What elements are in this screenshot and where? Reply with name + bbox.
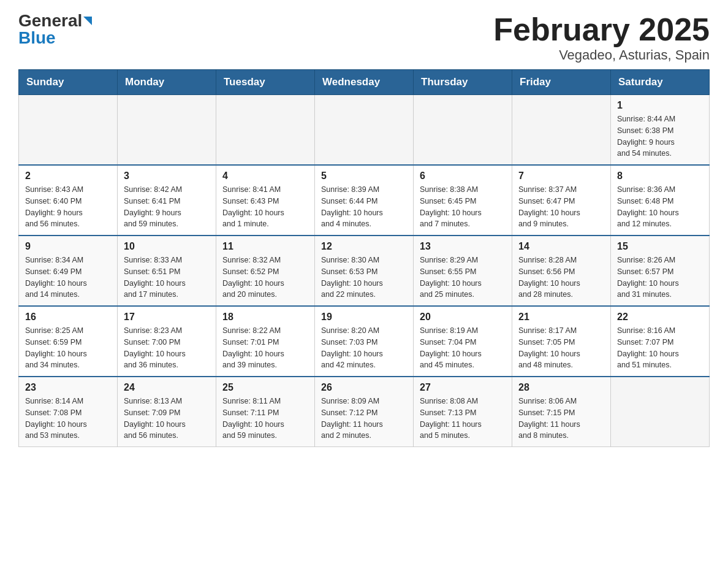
calendar-day-cell: 12Sunrise: 8:30 AMSunset: 6:53 PMDayligh… xyxy=(315,236,414,306)
logo-arrow-icon xyxy=(83,17,92,25)
calendar-day-cell: 3Sunrise: 8:42 AMSunset: 6:41 PMDaylight… xyxy=(118,165,216,236)
logo: General Blue xyxy=(18,12,92,47)
calendar-day-cell: 28Sunrise: 8:06 AMSunset: 7:15 PMDayligh… xyxy=(512,377,611,447)
day-number: 1 xyxy=(617,100,703,111)
day-info: Sunrise: 8:29 AMSunset: 6:55 PMDaylight:… xyxy=(420,255,506,301)
calendar-day-cell: 1Sunrise: 8:44 AMSunset: 6:38 PMDaylight… xyxy=(611,95,710,166)
day-number: 2 xyxy=(25,170,111,182)
calendar-table: SundayMondayTuesdayWednesdayThursdayFrid… xyxy=(18,69,710,447)
logo-blue: Blue xyxy=(18,29,56,47)
calendar-day-cell: 8Sunrise: 8:36 AMSunset: 6:48 PMDaylight… xyxy=(611,165,710,236)
day-number: 15 xyxy=(617,241,703,252)
calendar-day-cell: 27Sunrise: 8:08 AMSunset: 7:13 PMDayligh… xyxy=(414,377,512,447)
day-info: Sunrise: 8:13 AMSunset: 7:09 PMDaylight:… xyxy=(124,396,210,442)
calendar-day-cell: 5Sunrise: 8:39 AMSunset: 6:44 PMDaylight… xyxy=(315,165,414,236)
weekday-header-friday: Friday xyxy=(512,70,611,95)
day-number: 17 xyxy=(124,312,210,323)
weekday-header-saturday: Saturday xyxy=(611,70,710,95)
calendar-day-cell: 15Sunrise: 8:26 AMSunset: 6:57 PMDayligh… xyxy=(611,236,710,306)
day-info: Sunrise: 8:43 AMSunset: 6:40 PMDaylight:… xyxy=(25,184,111,230)
weekday-header-tuesday: Tuesday xyxy=(216,70,315,95)
day-info: Sunrise: 8:17 AMSunset: 7:05 PMDaylight:… xyxy=(518,325,604,371)
day-number: 10 xyxy=(124,241,210,252)
day-number: 26 xyxy=(321,382,407,393)
calendar-day-cell: 24Sunrise: 8:13 AMSunset: 7:09 PMDayligh… xyxy=(118,377,216,447)
day-info: Sunrise: 8:16 AMSunset: 7:07 PMDaylight:… xyxy=(617,325,703,371)
calendar-day-cell: 21Sunrise: 8:17 AMSunset: 7:05 PMDayligh… xyxy=(512,306,611,377)
logo-general: General xyxy=(18,12,82,29)
title-block: February 2025 Vegadeo, Asturias, Spain xyxy=(493,12,710,63)
day-info: Sunrise: 8:33 AMSunset: 6:51 PMDaylight:… xyxy=(124,255,210,301)
calendar-week-row: 2Sunrise: 8:43 AMSunset: 6:40 PMDaylight… xyxy=(19,165,710,236)
day-number: 12 xyxy=(321,241,407,252)
calendar-day-cell: 22Sunrise: 8:16 AMSunset: 7:07 PMDayligh… xyxy=(611,306,710,377)
calendar-day-cell: 9Sunrise: 8:34 AMSunset: 6:49 PMDaylight… xyxy=(19,236,118,306)
day-info: Sunrise: 8:30 AMSunset: 6:53 PMDaylight:… xyxy=(321,255,407,301)
calendar-week-row: 23Sunrise: 8:14 AMSunset: 7:08 PMDayligh… xyxy=(19,377,710,447)
calendar-day-cell: 7Sunrise: 8:37 AMSunset: 6:47 PMDaylight… xyxy=(512,165,611,236)
day-number: 27 xyxy=(420,382,506,393)
calendar-day-cell: 11Sunrise: 8:32 AMSunset: 6:52 PMDayligh… xyxy=(216,236,315,306)
day-number: 18 xyxy=(222,312,308,323)
day-number: 14 xyxy=(518,241,604,252)
day-info: Sunrise: 8:09 AMSunset: 7:12 PMDaylight:… xyxy=(321,396,407,442)
day-info: Sunrise: 8:25 AMSunset: 6:59 PMDaylight:… xyxy=(25,325,111,371)
day-info: Sunrise: 8:28 AMSunset: 6:56 PMDaylight:… xyxy=(518,255,604,301)
day-number: 20 xyxy=(420,312,506,323)
day-info: Sunrise: 8:39 AMSunset: 6:44 PMDaylight:… xyxy=(321,184,407,230)
day-info: Sunrise: 8:06 AMSunset: 7:15 PMDaylight:… xyxy=(518,396,604,442)
day-number: 7 xyxy=(518,170,604,182)
calendar-subtitle: Vegadeo, Asturias, Spain xyxy=(493,47,710,63)
calendar-day-cell: 25Sunrise: 8:11 AMSunset: 7:11 PMDayligh… xyxy=(216,377,315,447)
calendar-day-cell: 18Sunrise: 8:22 AMSunset: 7:01 PMDayligh… xyxy=(216,306,315,377)
day-info: Sunrise: 8:26 AMSunset: 6:57 PMDaylight:… xyxy=(617,255,703,301)
calendar-week-row: 1Sunrise: 8:44 AMSunset: 6:38 PMDaylight… xyxy=(19,95,710,166)
day-info: Sunrise: 8:36 AMSunset: 6:48 PMDaylight:… xyxy=(617,184,703,230)
weekday-header-sunday: Sunday xyxy=(19,70,118,95)
calendar-day-cell: 23Sunrise: 8:14 AMSunset: 7:08 PMDayligh… xyxy=(19,377,118,447)
day-number: 19 xyxy=(321,312,407,323)
page-header: General Blue February 2025 Vegadeo, Astu… xyxy=(18,12,710,63)
weekday-header-row: SundayMondayTuesdayWednesdayThursdayFrid… xyxy=(19,70,710,95)
calendar-day-cell xyxy=(118,95,216,166)
calendar-day-cell: 4Sunrise: 8:41 AMSunset: 6:43 PMDaylight… xyxy=(216,165,315,236)
weekday-header-wednesday: Wednesday xyxy=(315,70,414,95)
weekday-header-thursday: Thursday xyxy=(414,70,512,95)
day-number: 25 xyxy=(222,382,308,393)
day-info: Sunrise: 8:32 AMSunset: 6:52 PMDaylight:… xyxy=(222,255,308,301)
day-number: 16 xyxy=(25,312,111,323)
day-info: Sunrise: 8:34 AMSunset: 6:49 PMDaylight:… xyxy=(25,255,111,301)
day-number: 21 xyxy=(518,312,604,323)
calendar-week-row: 16Sunrise: 8:25 AMSunset: 6:59 PMDayligh… xyxy=(19,306,710,377)
day-number: 28 xyxy=(518,382,604,393)
calendar-week-row: 9Sunrise: 8:34 AMSunset: 6:49 PMDaylight… xyxy=(19,236,710,306)
calendar-day-cell xyxy=(611,377,710,447)
day-info: Sunrise: 8:20 AMSunset: 7:03 PMDaylight:… xyxy=(321,325,407,371)
day-info: Sunrise: 8:14 AMSunset: 7:08 PMDaylight:… xyxy=(25,396,111,442)
day-number: 23 xyxy=(25,382,111,393)
calendar-day-cell xyxy=(19,95,118,166)
calendar-day-cell: 26Sunrise: 8:09 AMSunset: 7:12 PMDayligh… xyxy=(315,377,414,447)
calendar-day-cell: 6Sunrise: 8:38 AMSunset: 6:45 PMDaylight… xyxy=(414,165,512,236)
calendar-day-cell xyxy=(315,95,414,166)
calendar-day-cell xyxy=(216,95,315,166)
calendar-day-cell: 14Sunrise: 8:28 AMSunset: 6:56 PMDayligh… xyxy=(512,236,611,306)
day-number: 3 xyxy=(124,170,210,182)
calendar-day-cell: 2Sunrise: 8:43 AMSunset: 6:40 PMDaylight… xyxy=(19,165,118,236)
day-number: 22 xyxy=(617,312,703,323)
day-number: 5 xyxy=(321,170,407,182)
calendar-day-cell: 13Sunrise: 8:29 AMSunset: 6:55 PMDayligh… xyxy=(414,236,512,306)
day-number: 24 xyxy=(124,382,210,393)
calendar-day-cell: 20Sunrise: 8:19 AMSunset: 7:04 PMDayligh… xyxy=(414,306,512,377)
day-number: 6 xyxy=(420,170,506,182)
day-info: Sunrise: 8:44 AMSunset: 6:38 PMDaylight:… xyxy=(617,113,703,159)
day-info: Sunrise: 8:19 AMSunset: 7:04 PMDaylight:… xyxy=(420,325,506,371)
day-number: 9 xyxy=(25,241,111,252)
day-info: Sunrise: 8:41 AMSunset: 6:43 PMDaylight:… xyxy=(222,184,308,230)
calendar-day-cell xyxy=(414,95,512,166)
calendar-day-cell: 16Sunrise: 8:25 AMSunset: 6:59 PMDayligh… xyxy=(19,306,118,377)
day-info: Sunrise: 8:38 AMSunset: 6:45 PMDaylight:… xyxy=(420,184,506,230)
day-info: Sunrise: 8:08 AMSunset: 7:13 PMDaylight:… xyxy=(420,396,506,442)
day-number: 4 xyxy=(222,170,308,182)
calendar-title: February 2025 xyxy=(493,12,710,47)
